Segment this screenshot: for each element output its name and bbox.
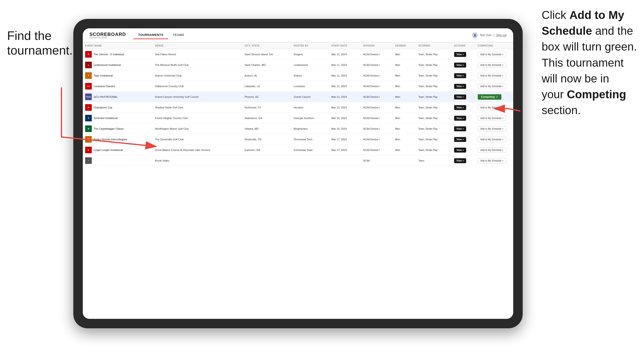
add-to-schedule-button[interactable]: Add to My Schedule + [478, 126, 506, 132]
col-header-city: CITY, STATE [242, 42, 291, 49]
event-name-text: Lindenwood Invitational [94, 63, 121, 66]
view-button[interactable]: View ● [454, 63, 466, 68]
tab-tournaments[interactable]: TOURNAMENTS [134, 31, 168, 39]
add-to-schedule-button[interactable]: Add to My Schedule + [478, 73, 506, 78]
team-logo: H [85, 104, 92, 111]
team-logo: B [85, 125, 92, 132]
actions-cell: View ● [452, 145, 475, 156]
venue-cell: Auburn University Club [152, 70, 242, 81]
event-name-cell: T Tiger Invitational [85, 72, 150, 79]
date-cell: Mar 11, 2024 [329, 49, 361, 60]
add-to-schedule-button[interactable]: Add to My Schedule + [478, 147, 506, 153]
add-to-schedule-button[interactable]: Add to My Schedule + [478, 137, 506, 142]
col-header-date: START DATE [329, 42, 361, 49]
venue-cell: Grand Canyon University Golf Course [152, 92, 242, 102]
team-logo: LA [85, 83, 92, 90]
table-row: H Champions Cup Shadow Hawk Golf ClubRic… [83, 102, 513, 113]
competing-cell: Add to My Schedule + [475, 134, 513, 145]
team-logo: GCU [85, 94, 92, 100]
tablet-screen: SCOREBOARD Powered by clippd TOURNAMENTS… [83, 28, 513, 319]
signout-link[interactable]: Sign out [496, 33, 506, 37]
competing-button[interactable]: Competing ✓ [478, 94, 502, 100]
view-button[interactable]: View ● [454, 105, 466, 110]
hosted-cell: Binghamton [291, 124, 329, 134]
add-to-schedule-button[interactable]: Add to My Schedule + [478, 62, 506, 68]
division-cell: NCAA Division I [361, 60, 393, 70]
gender-cell: Men [393, 70, 416, 81]
logo-sub-text: Powered by clippd [90, 37, 126, 39]
add-to-schedule-button[interactable]: Add to My Schedule + [478, 52, 506, 57]
date-cell: Mar 16, 2024 [329, 124, 361, 134]
city-cell: Phoenix, AZ [242, 92, 291, 102]
date-cell: Mar 11, 2024 [329, 70, 361, 81]
view-button[interactable]: View ● [454, 116, 466, 121]
tab-teams[interactable]: TEAMS [168, 31, 189, 39]
actions-cell: View ● [452, 156, 475, 166]
event-name-cell: R The Johnnie - O Individual [85, 51, 150, 58]
hosted-cell: Georgia Southern [291, 113, 329, 124]
city-cell: Sevierville, TN [242, 134, 291, 145]
date-cell: Mar 12, 2024 [329, 92, 361, 102]
event-name-cell: S Schenkel Invitational [85, 115, 150, 121]
view-button[interactable]: View ● [454, 73, 466, 78]
competing-cell: Add to My Schedule + [475, 124, 513, 134]
event-name-text: Tiger Invitational [94, 74, 112, 77]
gender-cell: Men [393, 102, 416, 113]
add-to-schedule-button[interactable]: Add to My Schedule + [478, 105, 506, 110]
venue-cell: Shadow Hawk Golf Club [152, 102, 242, 113]
event-name-text: GCU INVITATIONAL [94, 95, 118, 98]
gender-cell: Men [393, 92, 416, 102]
event-name-text: The Johnnie - O Individual [94, 53, 124, 56]
scoring-cell: Team, Stroke Play [416, 49, 452, 60]
gender-cell [393, 156, 416, 166]
table-row: GCU GCU INVITATIONAL Grand Canyon Univer… [83, 92, 513, 102]
user-avatar: 👤 [472, 32, 478, 38]
date-cell: Mar 13, 2024 [329, 102, 361, 113]
team-logo: K [85, 147, 92, 153]
view-button[interactable]: View ● [454, 84, 466, 89]
view-button[interactable]: View ● [454, 148, 466, 153]
event-name-text: Schenkel Invitational [94, 117, 118, 120]
actions-cell: View ● [452, 92, 475, 102]
venue-cell: Brook Valley [152, 156, 242, 166]
view-button[interactable]: View ● [454, 52, 466, 57]
scoring-cell: Team, Stroke Play [416, 102, 452, 113]
tablet-frame: SCOREBOARD Powered by clippd TOURNAMENTS… [73, 19, 523, 328]
event-name-cell: K Linger Longer Invitational [85, 147, 150, 153]
competing-cell: Add to My Schedule + [475, 70, 513, 81]
col-header-venue: VENUE [152, 42, 242, 49]
city-cell: Eatonton, GA [242, 145, 291, 156]
add-to-schedule-button[interactable]: Add to My Schedule + [478, 158, 506, 164]
venue-cell: Forest Heights Country Club [152, 113, 242, 124]
view-button[interactable]: View ● [454, 126, 466, 131]
view-button[interactable]: View ● [454, 137, 466, 142]
team-logo: S [85, 115, 92, 121]
gender-cell: Men [393, 60, 416, 70]
view-button[interactable]: View ● [454, 94, 466, 99]
scoring-cell: Team, Stroke Play [416, 70, 452, 81]
gender-cell: Men [393, 124, 416, 134]
date-cell: Mar 17, 2024 [329, 145, 361, 156]
division-cell: NCAA Division I [361, 49, 393, 60]
table-row: R The Johnnie - O Individual Sea Palms R… [83, 49, 513, 60]
date-cell: Mar 11, 2024 [329, 81, 361, 92]
event-name-text: Bobby Nichols Intercollegiate [94, 138, 127, 141]
app-header: SCOREBOARD Powered by clippd TOURNAMENTS… [83, 28, 513, 42]
event-name-cell: LA Louisiana Classics [85, 83, 150, 90]
venue-cell: Sea Palms Resort [152, 49, 242, 60]
date-cell: Mar 17, 2024 [329, 134, 361, 145]
event-name-cell: • [85, 157, 150, 164]
scoring-cell: Team, Stroke Play [416, 134, 452, 145]
team-logo: R [85, 51, 92, 58]
add-to-schedule-button[interactable]: Add to My Schedule + [478, 116, 506, 121]
gender-cell: Men [393, 49, 416, 60]
user-label: Test User [480, 33, 492, 37]
competing-cell: Add to My Schedule + [475, 156, 513, 166]
add-to-schedule-button[interactable]: Add to My Schedule + [478, 84, 506, 89]
view-button[interactable]: View ● [454, 158, 466, 163]
event-name-text: Louisiana Classics [94, 85, 115, 88]
division-cell: NCAA Division I [361, 92, 393, 102]
city-cell [242, 156, 291, 166]
col-header-division: DIVISION [361, 42, 393, 49]
col-header-event: EVENT NAME [83, 42, 152, 49]
